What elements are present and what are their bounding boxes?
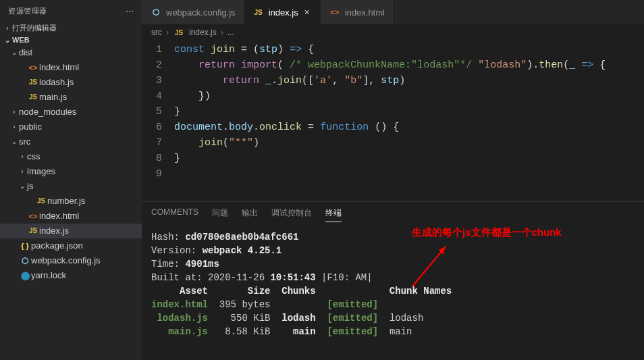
file-row[interactable]: JSnumber.js — [0, 194, 142, 209]
file-label: yarn.lock — [31, 269, 66, 282]
panel-tab[interactable]: 输出 — [242, 207, 258, 222]
folder-row[interactable]: ›node_modules — [0, 105, 142, 120]
json-icon: { } — [19, 239, 31, 253]
panel-tab[interactable]: 调试控制台 — [271, 207, 312, 222]
explorer-title: 资源管理器 — [8, 6, 126, 16]
tab-label: index.js — [269, 7, 298, 18]
folder-row[interactable]: ›images — [0, 164, 142, 179]
html-icon: <> — [27, 209, 39, 223]
terminal[interactable]: Hash: cd0780e8aeb0b4afc661 Version: webp… — [142, 228, 644, 360]
file-row[interactable]: ⬤yarn.lock — [0, 268, 142, 283]
editor-tab[interactable]: JSindex.js× — [244, 0, 321, 24]
file-label: main.js — [39, 91, 67, 104]
file-row[interactable]: JSlodash.js — [0, 75, 142, 90]
file-row[interactable]: <>index.html — [0, 209, 142, 224]
chevron-icon: ⌄ — [9, 46, 19, 59]
js-icon: JS — [252, 9, 265, 16]
code-content[interactable]: const join = (stp) => { return import( /… — [174, 42, 644, 201]
chevron-icon: › — [9, 120, 19, 134]
panel-tab[interactable]: 终端 — [325, 207, 342, 222]
file-row[interactable]: ⬡webpack.config.js — [0, 253, 142, 268]
folder-row[interactable]: ›css — [0, 149, 142, 164]
file-label: package.json — [31, 239, 83, 253]
open-editors-section[interactable]: › 打开的编辑器 — [0, 22, 142, 34]
js-icon: JS — [27, 91, 39, 104]
code-editor[interactable]: 123456789 const join = (stp) => { return… — [142, 41, 644, 201]
file-tree: ⌄dist<>index.htmlJSlodash.jsJSmain.js›no… — [0, 45, 142, 283]
chevron-icon: › — [18, 150, 27, 163]
panel-tab[interactable]: COMMENTS — [151, 207, 198, 222]
folder-label: images — [27, 165, 55, 178]
js-icon: JS — [27, 224, 39, 238]
file-row[interactable]: JSmain.js — [0, 90, 142, 105]
yarn-icon: ⬤ — [19, 269, 31, 282]
root-label: WEB — [12, 36, 30, 44]
chevron-right-icon: › — [166, 28, 169, 37]
file-label: webpack.config.js — [31, 254, 101, 267]
folder-label: css — [27, 150, 41, 163]
file-row[interactable]: <>index.html — [0, 60, 142, 75]
breadcrumb-item[interactable]: src — [151, 28, 162, 37]
file-label: number.js — [47, 195, 85, 208]
file-label: index.js — [39, 224, 69, 238]
line-numbers: 123456789 — [142, 42, 174, 201]
tab-label: webpack.config.js — [166, 7, 236, 18]
folder-label: public — [19, 120, 42, 134]
folder-label: src — [19, 135, 30, 149]
folder-root[interactable]: ⌄ WEB — [0, 34, 142, 45]
folder-label: dist — [19, 46, 32, 59]
js-icon: JS — [27, 76, 39, 89]
file-label: lodash.js — [39, 76, 74, 89]
file-row[interactable]: { }package.json — [0, 238, 142, 253]
webpack-icon: ⬡ — [19, 254, 31, 267]
chevron-right-icon: › — [221, 28, 223, 37]
editor-tabs: ⬡webpack.config.jsJSindex.js×<>index.htm… — [142, 0, 644, 24]
breadcrumb[interactable]: src › JS index.js › ... — [142, 24, 644, 41]
chevron-icon: › — [18, 165, 27, 178]
editor-tab[interactable]: ⬡webpack.config.js — [142, 0, 244, 24]
more-icon[interactable]: ··· — [126, 5, 134, 16]
folder-row[interactable]: ⌄dist — [0, 45, 142, 60]
tab-label: index.html — [345, 7, 385, 18]
close-icon[interactable]: × — [302, 7, 312, 18]
js-icon: JS — [173, 29, 185, 36]
file-row[interactable]: JSindex.js — [0, 224, 142, 238]
webpack-icon: ⬡ — [150, 7, 162, 17]
panel-tab[interactable]: 问题 — [212, 207, 228, 222]
html-icon: <> — [27, 61, 39, 74]
open-editors-label: 打开的编辑器 — [12, 23, 57, 33]
breadcrumb-item[interactable]: index.js — [189, 28, 217, 37]
file-label: index.html — [39, 61, 79, 74]
folder-row[interactable]: ⌄src — [0, 134, 142, 149]
folder-label: js — [27, 180, 33, 193]
panel: COMMENTS问题输出调试控制台终端 生成的每个js文件都是一个chunk H… — [142, 201, 644, 360]
file-label: index.html — [39, 209, 79, 223]
chevron-down-icon: ⌄ — [3, 36, 12, 44]
chevron-right-icon: › — [3, 24, 12, 32]
sidebar: 资源管理器 ··· › 打开的编辑器 ⌄ WEB ⌄dist<>index.ht… — [0, 0, 142, 360]
html-icon: <> — [329, 8, 341, 16]
chevron-icon: › — [9, 105, 19, 119]
editor-group: ⬡webpack.config.jsJSindex.js×<>index.htm… — [142, 0, 644, 360]
panel-tabs: COMMENTS问题输出调试控制台终端 — [142, 202, 644, 228]
folder-row[interactable]: ›public — [0, 120, 142, 134]
chevron-icon: ⌄ — [18, 180, 27, 193]
js-icon: JS — [35, 195, 47, 208]
folder-row[interactable]: ⌄js — [0, 179, 142, 194]
breadcrumb-item[interactable]: ... — [227, 28, 234, 37]
chevron-icon: ⌄ — [9, 135, 19, 149]
editor-tab[interactable]: <>index.html — [321, 0, 394, 24]
explorer-header: 资源管理器 ··· — [0, 0, 142, 22]
folder-label: node_modules — [19, 105, 76, 119]
